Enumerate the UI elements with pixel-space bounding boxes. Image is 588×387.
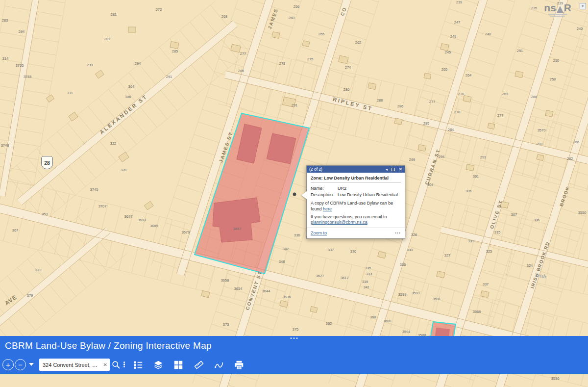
lot-number: 285: [172, 49, 178, 53]
zoom-to-link[interactable]: Zoom to: [311, 231, 327, 235]
zoom-in-button[interactable]: +: [2, 359, 14, 370]
popup-maximize-icon[interactable]: [392, 168, 395, 171]
lot-number: 268: [221, 14, 228, 19]
lot-number: 337: [328, 248, 334, 252]
popup-close-icon[interactable]: ✕: [398, 167, 402, 172]
plus-icon: +: [6, 361, 10, 368]
lot-number: 239: [456, 0, 463, 4]
lot-number: 368: [370, 315, 376, 319]
map-canvas[interactable]: JAMESCOALEXANDER STJAMES STRIPLEY STCONV…: [0, 0, 588, 387]
popup-menu-icon[interactable]: •••: [395, 231, 401, 234]
nspr-logo: ns R: [544, 2, 571, 17]
legend-icon: [133, 360, 144, 370]
popup-fields: Name: UR2 Description: Low Density Urban…: [307, 183, 405, 199]
lot-number: 251: [517, 49, 523, 53]
popup-paragraph-bylaw: A copy of CBRM's Land-use Bylaw can be f…: [311, 201, 401, 212]
draw-button[interactable]: [214, 360, 224, 370]
lot-number: 266: [573, 140, 580, 144]
field-label-name: Name:: [311, 185, 338, 192]
lot-number: 375: [293, 327, 299, 332]
basemap-gallery-button[interactable]: [173, 360, 184, 370]
lot-number: 336: [294, 233, 300, 237]
attribute-table-handle[interactable]: [291, 337, 298, 339]
search-source-dropdown[interactable]: [29, 363, 34, 366]
layers-button[interactable]: [153, 360, 164, 370]
lot-number: 311: [67, 91, 73, 95]
lot-number: 265: [441, 67, 448, 72]
lot-number: 248: [485, 32, 491, 36]
bylaw-here-link[interactable]: here: [323, 206, 332, 211]
logo-text-r: R: [564, 2, 571, 13]
search-input[interactable]: 324 Convent Street, New: [43, 362, 100, 368]
search-button[interactable]: [111, 360, 122, 370]
overflow-menu-icon[interactable]: [123, 361, 125, 368]
lot-number: 367: [12, 228, 19, 232]
lot-number: 362: [326, 321, 332, 326]
lot-number: 305: [466, 189, 472, 193]
bottom-bar: CBRM Land-Use Bylaw / Zoning Interactive…: [0, 336, 588, 374]
lot-number: 3536: [551, 376, 560, 381]
identify-point: [293, 193, 296, 196]
lot-number: 373: [35, 268, 42, 272]
feature-popup: (2 of 2) ◄ ✕ Zone: Low Density Urban Res…: [306, 165, 405, 239]
lot-number: 3569: [473, 310, 481, 314]
lot-number: 348: [279, 259, 285, 264]
lot-number: 3658: [221, 278, 229, 283]
field-value-name: UR2: [338, 185, 346, 192]
lot-number: 277: [497, 113, 504, 118]
lot-number: 3679: [182, 230, 190, 234]
measure-button[interactable]: [194, 360, 204, 370]
lot-number: 245: [445, 50, 451, 54]
lot-number: 3748: [1, 143, 9, 148]
lot-number: 322: [110, 141, 117, 146]
lot-number: 265: [318, 32, 325, 36]
lot-number: 325: [486, 249, 492, 254]
lot-number: 353: [42, 212, 48, 216]
lot-number: 291: [166, 75, 172, 79]
lot-number: 287: [104, 37, 111, 41]
clear-search-icon[interactable]: ✕: [103, 362, 107, 367]
print-button[interactable]: [234, 360, 245, 370]
lot-number: 3570: [538, 128, 546, 132]
popup-previous-icon[interactable]: ◄: [385, 168, 389, 171]
lot-number: 240: [577, 26, 583, 31]
lot-number: 283: [537, 142, 543, 146]
lot-number: 306: [125, 95, 131, 99]
lot-number: 285: [423, 121, 430, 126]
legend-button[interactable]: [133, 360, 144, 370]
lot-number: 270: [458, 92, 465, 96]
lot-number: 282: [567, 156, 573, 161]
lot-number: 373: [223, 322, 229, 327]
popup-paragraph-email: If you have questions, you can email to …: [311, 214, 401, 226]
lot-number: 269: [502, 92, 509, 96]
lot-number: 326: [411, 232, 417, 237]
lot-number: 3617: [341, 276, 349, 280]
lot-number: 235: [531, 6, 538, 10]
field-value-description: Low Density Urban Residential: [338, 192, 398, 198]
lot-number: 307: [511, 212, 517, 217]
lot-number: 286: [397, 104, 404, 108]
lot-number: 327: [444, 253, 451, 258]
layers-icon: [153, 360, 164, 370]
popup-body: Zone: Low Density Urban Residential Name…: [307, 173, 405, 226]
lot-number: 328: [121, 168, 127, 172]
lot-number: 256: [294, 4, 300, 9]
popup-header[interactable]: (2 of 2) ◄ ✕: [307, 166, 405, 173]
lot-number: 3755: [24, 75, 32, 79]
lot-number: 3636: [283, 295, 291, 299]
lot-number: 3765: [16, 63, 24, 68]
zoom-out-button[interactable]: −: [15, 359, 26, 370]
lot-number: 339: [362, 280, 368, 284]
lot-number: 249: [450, 34, 457, 39]
lot-number: 294: [439, 155, 445, 159]
email-link[interactable]: planningconsult@cbrm.ns.ca: [311, 220, 368, 225]
lot-number: 293: [480, 155, 487, 159]
toolbar: + − 324 Convent Street, New ✕: [0, 357, 588, 374]
lot-number: 315: [494, 230, 501, 234]
search-box[interactable]: 324 Convent Street, New ✕: [39, 359, 110, 371]
route-shield: 28: [41, 156, 53, 169]
lot-number: 314: [2, 56, 9, 61]
lot-number: 3697: [124, 214, 133, 219]
lot-number: 272: [156, 7, 162, 12]
print-icon: [234, 360, 245, 370]
